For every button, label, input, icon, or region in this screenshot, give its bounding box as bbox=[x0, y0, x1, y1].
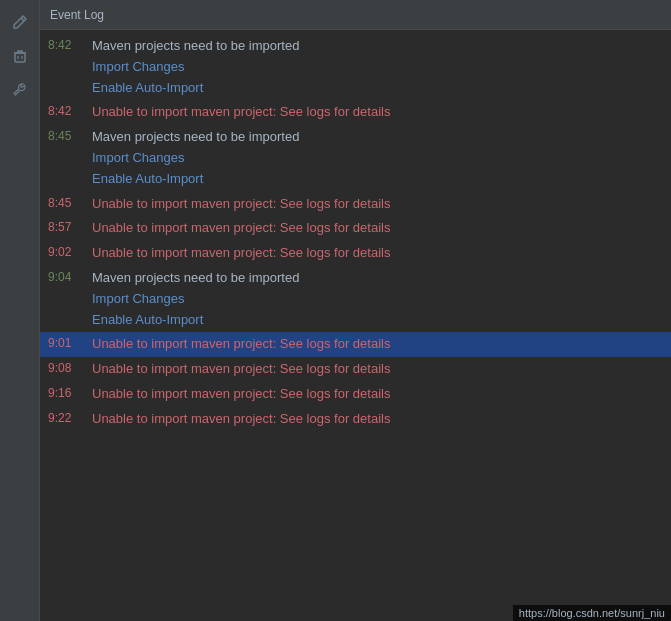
log-entry: 9:04Maven projects need to be importedIm… bbox=[40, 266, 671, 332]
wrench-icon[interactable] bbox=[6, 76, 34, 104]
log-message: Unable to import maven project: See logs… bbox=[92, 218, 390, 239]
log-entry: 8:45Maven projects need to be importedIm… bbox=[40, 125, 671, 191]
timestamp: 9:22 bbox=[48, 409, 84, 428]
log-message: Maven projects need to be imported bbox=[92, 268, 299, 289]
log-message: Unable to import maven project: See logs… bbox=[92, 194, 390, 215]
action-link[interactable]: Import Changes bbox=[92, 148, 663, 169]
title-bar: Event Log bbox=[40, 0, 671, 30]
log-entry: 9:16Unable to import maven project: See … bbox=[40, 382, 671, 407]
timestamp: 8:42 bbox=[48, 36, 84, 55]
log-entry: 9:22Unable to import maven project: See … bbox=[40, 407, 671, 432]
log-entry: 8:45Unable to import maven project: See … bbox=[40, 192, 671, 217]
timestamp: 9:02 bbox=[48, 243, 84, 262]
action-link[interactable]: Import Changes bbox=[92, 289, 663, 310]
sidebar bbox=[0, 0, 40, 621]
log-message: Unable to import maven project: See logs… bbox=[92, 384, 390, 405]
log-entry: 8:42Unable to import maven project: See … bbox=[40, 100, 671, 125]
timestamp: 8:45 bbox=[48, 127, 84, 146]
log-entry: 8:42Maven projects need to be importedIm… bbox=[40, 34, 671, 100]
url-bar: https://blog.csdn.net/sunrj_niu bbox=[513, 605, 671, 621]
trash-icon[interactable] bbox=[6, 42, 34, 70]
action-links: Import ChangesEnable Auto-Import bbox=[92, 148, 663, 190]
log-message: Unable to import maven project: See logs… bbox=[92, 359, 390, 380]
log-entry: 9:08Unable to import maven project: See … bbox=[40, 357, 671, 382]
log-message: Unable to import maven project: See logs… bbox=[92, 409, 390, 430]
log-message: Maven projects need to be imported bbox=[92, 127, 299, 148]
action-link[interactable]: Import Changes bbox=[92, 57, 663, 78]
timestamp: 9:16 bbox=[48, 384, 84, 403]
action-links: Import ChangesEnable Auto-Import bbox=[92, 57, 663, 99]
main-content: Event Log 8:42Maven projects need to be … bbox=[40, 0, 671, 621]
action-link[interactable]: Enable Auto-Import bbox=[92, 310, 663, 331]
timestamp: 9:08 bbox=[48, 359, 84, 378]
log-message: Unable to import maven project: See logs… bbox=[92, 102, 390, 123]
log-message: Unable to import maven project: See logs… bbox=[92, 243, 390, 264]
edit-icon[interactable] bbox=[6, 8, 34, 36]
timestamp: 9:01 bbox=[48, 334, 84, 353]
svg-rect-0 bbox=[15, 53, 25, 62]
timestamp: 8:45 bbox=[48, 194, 84, 213]
timestamp: 8:57 bbox=[48, 218, 84, 237]
log-entry: 8:57Unable to import maven project: See … bbox=[40, 216, 671, 241]
action-link[interactable]: Enable Auto-Import bbox=[92, 78, 663, 99]
log-entry: 9:01Unable to import maven project: See … bbox=[40, 332, 671, 357]
timestamp: 9:04 bbox=[48, 268, 84, 287]
log-entry: 9:02Unable to import maven project: See … bbox=[40, 241, 671, 266]
action-links: Import ChangesEnable Auto-Import bbox=[92, 289, 663, 331]
window-title: Event Log bbox=[50, 8, 104, 22]
timestamp: 8:42 bbox=[48, 102, 84, 121]
log-message: Unable to import maven project: See logs… bbox=[92, 334, 390, 355]
log-content[interactable]: 8:42Maven projects need to be importedIm… bbox=[40, 30, 671, 621]
log-message: Maven projects need to be imported bbox=[92, 36, 299, 57]
action-link[interactable]: Enable Auto-Import bbox=[92, 169, 663, 190]
